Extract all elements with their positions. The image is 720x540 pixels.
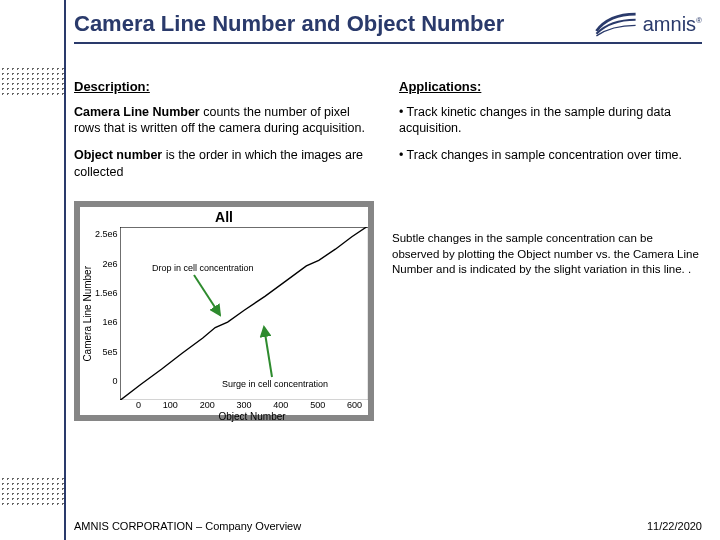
brand-logo: amnis® [595, 10, 702, 38]
chart-container: All Camera Line Number 2.5e6 2e6 1.5e6 1… [74, 201, 374, 421]
svg-line-1 [194, 275, 220, 315]
annotation-drop: Drop in cell concentration [152, 263, 254, 273]
description-para-1: Camera Line Number counts the number of … [74, 104, 377, 138]
left-dotted-rail [0, 0, 64, 540]
applications-bullet-1: • Track kinetic changes in the sample du… [399, 104, 702, 138]
chart-yticks: 2.5e6 2e6 1.5e6 1e6 5e5 0 [95, 227, 120, 400]
content: Description: Camera Line Number counts t… [74, 78, 702, 506]
brand-name: amnis [643, 13, 696, 35]
footer: AMNIS CORPORATION – Company Overview 11/… [74, 520, 702, 532]
header: Camera Line Number and Object Number amn… [74, 10, 702, 44]
chart-title: All [80, 207, 368, 227]
applications-heading: Applications: [399, 78, 702, 96]
footer-left: AMNIS CORPORATION – Company Overview [74, 520, 301, 532]
description-para-2: Object number is the order in which the … [74, 147, 377, 181]
vertical-divider [64, 0, 66, 540]
annotation-surge: Surge in cell concentration [222, 379, 328, 389]
svg-line-2 [264, 327, 272, 377]
arrow-drop-icon [194, 275, 254, 325]
description-heading: Description: [74, 78, 377, 96]
arrow-surge-icon [262, 319, 302, 379]
brand-reg: ® [696, 16, 702, 25]
amnis-swoosh-icon [595, 10, 637, 38]
footer-date: 11/22/2020 [647, 520, 702, 532]
chart-ylabel: Camera Line Number [80, 266, 95, 362]
applications-column: Applications: • Track kinetic changes in… [399, 78, 702, 191]
chart-xticks: 0 100 200 300 400 500 600 [136, 400, 368, 410]
chart-xlabel: Object Number [80, 410, 368, 422]
page-title: Camera Line Number and Object Number [74, 11, 504, 36]
description-column: Description: Camera Line Number counts t… [74, 78, 377, 191]
applications-bullet-2: • Track changes in sample concentration … [399, 147, 702, 164]
chart-caption: Subtle changes in the sample concentrati… [392, 231, 702, 278]
